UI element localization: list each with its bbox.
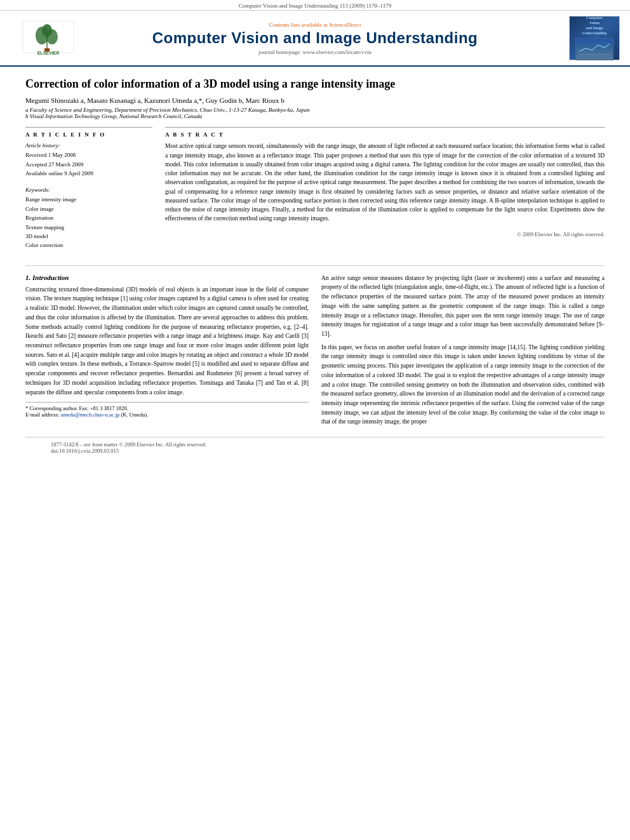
intro-para-3: In this paper, we focus on another usefu… [321,343,605,427]
keyword-4: Texture mapping [25,223,152,232]
svg-point-4 [42,24,52,37]
section-divider [25,265,605,266]
citation-bar: Computer Vision and Image Understanding … [0,0,630,11]
journal-cover-image: Computer Vision and Image Understanding [569,16,620,60]
svg-text:ELSEVIER: ELSEVIER [37,51,60,55]
abstract-column: A B S T R A C T Most active optical rang… [165,127,605,257]
affiliation-2: b Visual Information Technology Group, N… [25,113,605,119]
keyword-1: Range intensity image [25,195,152,204]
doi-line: doi:10.1016/j.cviu.2009.03.015 [51,448,579,454]
body-section: 1. Introduction Constructing textured th… [25,274,605,431]
keyword-6: Color correction [25,241,152,250]
bottom-bar: 1077-3142/$ – see front matter © 2009 El… [25,437,605,458]
intro-para-2: An active range sensor measures distance… [321,274,605,339]
abstract-box: A B S T R A C T Most active optical rang… [165,127,605,237]
sciencedirect-text: Contents lists available at ScienceDirec… [86,22,544,28]
authors: Megumi Shinozaki a, Masato Kusanagi a, K… [25,97,605,104]
issn-line: 1077-3142/$ – see front matter © 2009 El… [51,441,579,448]
footnote-area: * Corresponding author. Fax: +81 3 3817 … [25,402,309,418]
journal-title: Computer Vision and Image Understanding [86,29,544,47]
body-left-column: 1. Introduction Constructing textured th… [25,274,309,431]
info-abstract-section: A R T I C L E I N F O Article history: R… [25,127,605,257]
abstract-heading: A B S T R A C T [165,131,605,138]
article-info-column: A R T I C L E I N F O Article history: R… [25,127,152,257]
article-info-heading: A R T I C L E I N F O [25,131,152,138]
keyword-3: Registration [25,213,152,222]
body-right-column: An active range sensor measures distance… [321,274,605,431]
keyword-2: Color image [25,204,152,213]
journal-cover-area: Computer Vision and Image Understanding [544,16,620,60]
keyword-5: 3D model [25,232,152,241]
intro-para-1: Constructing textured three-dimensional … [25,285,309,397]
footnote-email: E-mail address: umeda@mech.chuo-u.ac.jp … [25,411,309,418]
received-date: Received 1 May 2008 [25,151,152,159]
main-content: Correction of color information of a 3D … [0,67,630,468]
elsevier-logo-area: ELSEVIER [10,18,86,59]
intro-heading: 1. Introduction [25,274,309,281]
elsevier-logo-icon: ELSEVIER [20,18,77,59]
footnote-star: * Corresponding author. Fax: +81 3 3817 … [25,405,309,411]
keywords-list: Range intensity image Color image Regist… [25,195,152,250]
sciencedirect-link[interactable]: ScienceDirect [329,22,361,28]
article-info-box: A R T I C L E I N F O Article history: R… [25,127,152,250]
footnote-email-link[interactable]: umeda@mech.chuo-u.ac.jp [60,411,119,418]
journal-header: ELSEVIER Contents lists available at Sci… [0,11,630,67]
available-date: Available online 9 April 2009 [25,170,152,178]
keywords-label: Keywords: [25,186,152,194]
abstract-text: Most active optical range sensors record… [165,142,605,223]
accepted-date: Accepted 27 March 2009 [25,161,152,169]
journal-homepage: journal homepage: www.elsevier.com/locat… [86,49,544,55]
citation-text: Computer Vision and Image Understanding … [239,3,392,9]
journal-title-area: Contents lists available at ScienceDirec… [86,22,544,55]
affiliation-1: a Faculty of Science and Engineering, De… [25,107,605,113]
article-history: Article history: [25,142,152,150]
affiliations: a Faculty of Science and Engineering, De… [25,107,605,119]
paper-title: Correction of color information of a 3D … [25,77,605,91]
copyright-line: © 2009 Elsevier Inc. All rights reserved… [165,229,605,237]
